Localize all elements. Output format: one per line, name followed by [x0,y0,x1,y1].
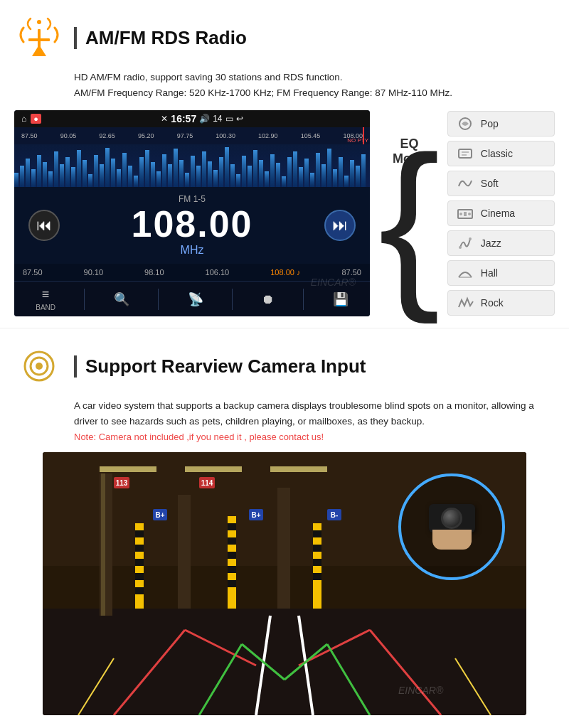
eq-jazz-button[interactable]: Jazz [447,230,555,256]
eq-hall-label: Hall [481,267,498,279]
svg-rect-35 [191,156,195,187]
camera-note: Note: Camera not included ,if you need i… [74,432,555,442]
eq-jazz-label: Jazz [481,237,501,249]
svg-rect-44 [242,156,246,187]
svg-rect-60 [333,169,337,187]
svg-rect-23 [122,153,127,187]
svg-rect-80 [43,609,526,715]
eq-classic-button[interactable]: Classic [447,141,555,166]
svg-rect-71 [464,212,467,216]
svg-rect-24 [128,166,132,187]
svg-rect-33 [179,160,184,187]
svg-text:B+: B+ [251,511,260,519]
svg-rect-53 [293,151,297,187]
svg-rect-41 [225,147,229,187]
svg-rect-6 [26,159,30,187]
svg-rect-98 [228,537,236,545]
band-label: BAND [36,304,55,311]
radio-app-icon: ● [31,114,41,124]
eq-cinema-icon [455,205,475,221]
camera-description: A car video system that supports a backu… [74,398,555,429]
svg-point-3 [37,20,41,24]
svg-rect-29 [156,171,161,187]
svg-rect-88 [178,495,191,609]
svg-rect-47 [259,160,263,187]
svg-rect-54 [299,167,303,187]
eq-hall-button[interactable]: Hall [447,260,555,286]
svg-rect-64 [356,166,360,187]
eq-classic-icon [455,146,475,161]
svg-rect-65 [361,154,366,187]
svg-rect-50 [276,163,280,187]
svg-rect-25 [134,176,138,187]
svg-rect-82 [100,466,156,472]
eq-hall-icon [455,265,475,281]
svg-rect-5 [20,166,24,187]
scan-icon: 🔍 [114,291,129,307]
svg-marker-2 [32,45,46,56]
toolbar-divider-3 [232,289,233,310]
svg-rect-67 [459,149,472,158]
radio-main-display: ⏮ FM 1-5 108.00 MHz ⏭ [14,187,370,264]
frequency-unit: MHz [131,244,252,257]
camera-body [429,504,475,532]
preset-6: 87.50 [341,268,361,277]
camera-hand [432,530,472,550]
svg-rect-17 [88,174,92,187]
scan-button[interactable]: 🔍 [114,291,129,307]
preset-2: 90.10 [84,268,104,277]
eq-panel: EQ Mode { Pop Classic [378,110,555,316]
svg-text:114: 114 [201,479,213,487]
svg-rect-11 [54,151,58,187]
svg-rect-45 [248,166,252,187]
preset-3: 98.10 [144,268,164,277]
preset-1: 87.50 [23,268,43,277]
garage-background: 113 114 B+ B+ B- [43,452,526,715]
svg-rect-52 [287,157,292,187]
preset-5-active: 108.00 ♪ [270,268,300,277]
prev-button[interactable]: ⏮ [28,210,60,241]
svg-point-69 [459,213,462,215]
svg-rect-94 [135,573,144,580]
svg-rect-26 [139,157,144,187]
camera-header: Support Rearview Camera Input [14,341,555,391]
radio-screen: ⌂ ● ✕ 16:57 🔊 14 ▭ ↩ 87.5090.0592.6595.2… [14,110,370,316]
band-button[interactable]: ≡ BAND [36,287,55,311]
svg-rect-20 [105,148,110,187]
time-display: 16:57 [171,113,196,124]
save-button[interactable]: 💾 [333,291,349,307]
radio-statusbar: ⌂ ● ✕ 16:57 🔊 14 ▭ ↩ [14,110,370,127]
svg-rect-97 [228,523,236,530]
svg-point-73 [469,237,472,240]
svg-rect-21 [111,159,115,187]
camera-section: Support Rearview Camera Input A car vide… [0,328,569,727]
back-icon: ↩ [236,114,243,124]
svg-rect-9 [43,162,47,187]
record-button[interactable]: ⏺ [262,292,275,307]
svg-rect-8 [37,155,41,187]
signal-button[interactable]: 📡 [188,291,203,307]
eq-classic-label: Classic [481,148,513,159]
svg-rect-7 [31,169,36,187]
signal-icon: ✕ [161,114,168,124]
svg-rect-38 [208,161,212,187]
home-icon: ⌂ [21,114,26,124]
svg-rect-101 [228,580,236,587]
camera-device [429,504,475,550]
svg-rect-93 [135,559,144,566]
next-button[interactable]: ⏭ [324,210,356,241]
radio-content-area: ⌂ ● ✕ 16:57 🔊 14 ▭ ↩ 87.5090.0592.6595.2… [14,110,555,316]
eq-pop-button[interactable]: Pop [447,111,555,136]
svg-rect-15 [77,150,81,187]
eq-rock-button[interactable]: Rock [447,290,555,316]
eq-cinema-button[interactable]: Cinema [447,200,555,226]
eq-soft-button[interactable]: Soft [447,171,555,196]
svg-rect-46 [253,150,257,187]
camera-image: 113 114 B+ B+ B- [43,452,526,715]
svg-rect-13 [65,157,70,187]
eq-soft-label: Soft [481,178,499,189]
svg-rect-43 [236,174,240,187]
svg-rect-40 [219,157,223,187]
radio-header: AM/FM RDS Radio [14,13,555,63]
eq-rock-icon [455,295,475,311]
